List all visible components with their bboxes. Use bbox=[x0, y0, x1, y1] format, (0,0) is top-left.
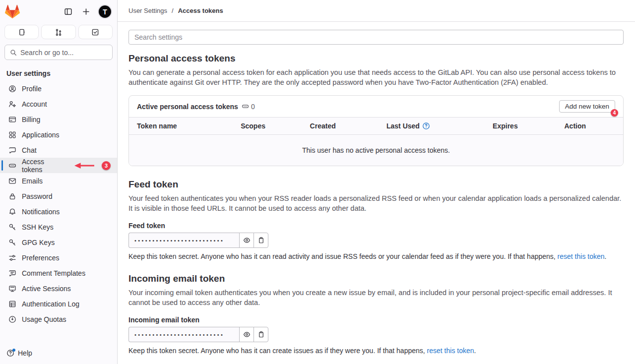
col-token-name: Token name bbox=[129, 118, 233, 135]
todo-shortcut-button[interactable] bbox=[78, 25, 113, 39]
sidebar-item-notifications[interactable]: Notifications bbox=[0, 204, 117, 219]
annotation-badge-3: 3 bbox=[102, 161, 111, 170]
active-tokens-count: 0 bbox=[242, 103, 255, 111]
sidebar-item-emails[interactable]: Emails bbox=[0, 173, 117, 188]
sidebar-item-label: Access tokens bbox=[22, 158, 65, 174]
incoming-email-token-group bbox=[128, 327, 624, 342]
add-new-token-button[interactable]: Add new token 4 bbox=[559, 100, 615, 113]
breadcrumb-access-tokens[interactable]: Access tokens bbox=[178, 7, 223, 14]
sidebar-item-label: Preferences bbox=[22, 254, 59, 262]
incoming-token-copy-button[interactable] bbox=[254, 327, 268, 342]
sidebar-item-authentication-log[interactable]: Authentication Log bbox=[0, 296, 117, 311]
sidebar-item-label: Notifications bbox=[22, 208, 60, 216]
breadcrumb-separator: / bbox=[172, 7, 174, 14]
main-area: User Settings / Access tokens Personal a… bbox=[118, 0, 635, 364]
lock-icon bbox=[8, 192, 16, 200]
sidebar-nav: Profile Account Billing Applications Cha… bbox=[0, 81, 117, 343]
sidebar-item-account[interactable]: Account bbox=[0, 96, 117, 112]
sidebar-item-preferences[interactable]: Preferences bbox=[0, 250, 117, 265]
secret-text: Keep this token secret. Anyone who has i… bbox=[128, 252, 558, 260]
merge-requests-shortcut-button[interactable] bbox=[41, 25, 75, 39]
user-avatar[interactable]: T bbox=[99, 5, 111, 18]
secret-text: Keep this token secret. Anyone who has i… bbox=[128, 347, 427, 355]
account-icon bbox=[8, 100, 16, 108]
grid-icon bbox=[8, 131, 16, 139]
col-scopes: Scopes bbox=[233, 118, 302, 135]
sidebar-item-label: Profile bbox=[22, 85, 42, 93]
sidebar-item-ssh-keys[interactable]: SSH Keys bbox=[0, 219, 117, 235]
sidebar-item-label: SSH Keys bbox=[22, 223, 54, 231]
sidebar-item-profile[interactable]: Profile bbox=[0, 81, 117, 96]
active-tokens-card: Active personal access tokens 0 Add new … bbox=[128, 95, 624, 166]
incoming-email-token-input[interactable] bbox=[128, 327, 239, 342]
sidebar-item-comment-templates[interactable]: Comment Templates bbox=[0, 265, 117, 281]
sidebar-item-label: Account bbox=[22, 100, 47, 108]
col-action: Action bbox=[557, 118, 624, 135]
help-notification-dot bbox=[12, 349, 15, 352]
sidebar-item-access-tokens[interactable]: Access tokens 3 bbox=[0, 158, 117, 173]
add-new-token-label: Add new token bbox=[565, 103, 609, 110]
sidebar-item-active-sessions[interactable]: Active Sessions bbox=[0, 281, 117, 296]
sidebar-item-password[interactable]: Password bbox=[0, 188, 117, 204]
feed-token-reveal-button[interactable] bbox=[239, 233, 254, 248]
bell-icon bbox=[8, 208, 16, 216]
secret-period: . bbox=[605, 252, 607, 260]
sidebar-toggle-button[interactable] bbox=[63, 6, 73, 17]
feed-token-field-label: Feed token bbox=[128, 222, 624, 230]
panel-left-icon bbox=[64, 7, 72, 16]
sidebar-item-chat[interactable]: Chat bbox=[0, 142, 117, 158]
eye-icon bbox=[243, 331, 251, 338]
sidebar: T Search or go to... User settings Profi… bbox=[0, 0, 118, 364]
sidebar-help[interactable]: Help bbox=[0, 343, 117, 364]
issues-shortcut-button[interactable] bbox=[4, 25, 39, 39]
sidebar-item-billing[interactable]: Billing bbox=[0, 112, 117, 127]
sidebar-item-label: Applications bbox=[22, 131, 60, 139]
token-count-value: 0 bbox=[251, 103, 255, 111]
tokens-table: Token name Scopes Created Last Used Expi… bbox=[129, 117, 623, 166]
sidebar-topbar: T bbox=[0, 0, 117, 21]
search-or-go-to[interactable]: Search or go to... bbox=[4, 45, 113, 60]
chat-bubble-icon bbox=[8, 146, 16, 154]
key-icon bbox=[8, 223, 16, 231]
sidebar-item-label: Active Sessions bbox=[22, 285, 71, 293]
empty-state-message: This user has no active personal access … bbox=[129, 135, 623, 166]
sidebar-item-label: Chat bbox=[22, 146, 37, 154]
help-label: Help bbox=[18, 349, 32, 357]
sidebar-item-label: Comment Templates bbox=[22, 269, 85, 277]
sidebar-item-applications[interactable]: Applications bbox=[0, 127, 117, 142]
search-settings-input[interactable] bbox=[128, 30, 624, 45]
breadcrumb-user-settings[interactable]: User Settings bbox=[128, 7, 167, 14]
feed-token-copy-button[interactable] bbox=[254, 233, 268, 248]
sidebar-item-usage-quotas[interactable]: Usage Quotas bbox=[0, 311, 117, 327]
incoming-token-secret-note: Keep this token secret. Anyone who has i… bbox=[128, 347, 624, 355]
sidebar-item-label: Password bbox=[22, 192, 52, 200]
feed-token-heading: Feed token bbox=[128, 179, 624, 190]
feed-reset-token-link[interactable]: reset this token bbox=[558, 252, 605, 260]
incoming-token-reveal-button[interactable] bbox=[239, 327, 254, 342]
sliders-icon bbox=[8, 254, 16, 262]
eye-icon bbox=[243, 237, 251, 244]
create-new-button[interactable] bbox=[81, 6, 91, 17]
gitlab-logo-icon[interactable] bbox=[5, 4, 20, 19]
incoming-reset-token-link[interactable]: reset this token bbox=[427, 347, 474, 355]
active-tokens-card-header: Active personal access tokens 0 Add new … bbox=[129, 96, 623, 117]
search-icon bbox=[10, 49, 17, 56]
feed-token-input[interactable] bbox=[128, 233, 239, 248]
col-created: Created bbox=[302, 118, 379, 135]
search-label: Search or go to... bbox=[20, 49, 73, 57]
sidebar-item-label: Emails bbox=[22, 177, 43, 185]
feed-token-secret-note: Keep this token secret. Anyone who has i… bbox=[128, 252, 624, 260]
sidebar-item-label: Authentication Log bbox=[22, 300, 79, 308]
incoming-email-token-heading: Incoming email token bbox=[128, 273, 624, 284]
sidebar-item-label: GPG Keys bbox=[22, 239, 55, 246]
breadcrumb: User Settings / Access tokens bbox=[118, 0, 635, 22]
sidebar-item-gpg-keys[interactable]: GPG Keys bbox=[0, 235, 117, 250]
feed-token-group bbox=[128, 233, 624, 248]
col-last-used: Last Used bbox=[379, 118, 485, 135]
sidebar-shortcuts bbox=[0, 21, 117, 40]
personal-access-tokens-description: You can generate a personal access token… bbox=[128, 67, 624, 87]
token-icon bbox=[8, 162, 16, 170]
personal-access-tokens-heading: Personal access tokens bbox=[128, 53, 624, 64]
question-circle-icon[interactable] bbox=[422, 122, 430, 130]
incoming-email-field-label: Incoming email token bbox=[128, 316, 624, 324]
